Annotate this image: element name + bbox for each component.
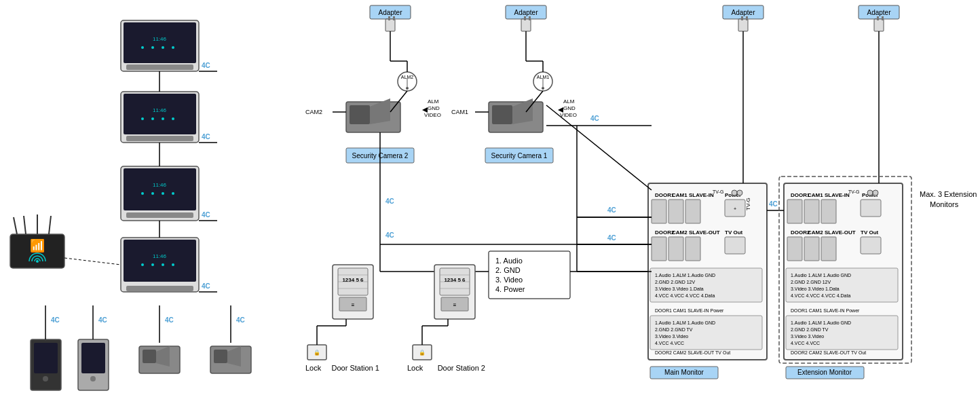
svg-text:1234 5 6: 1234 5 6 xyxy=(444,277,466,283)
svg-rect-205 xyxy=(787,200,802,223)
svg-text:4. Power: 4. Power xyxy=(495,285,525,293)
svg-text:Adapter: Adapter xyxy=(867,9,891,16)
svg-text:4.VCC   4.VCC  4.VCC  4.Data: 4.VCC 4.VCC 4.VCC 4.Data xyxy=(655,293,715,298)
svg-text:≡: ≡ xyxy=(352,302,355,308)
svg-line-36 xyxy=(14,217,17,234)
svg-point-6 xyxy=(172,46,174,49)
svg-text:CAM1: CAM1 xyxy=(672,192,687,198)
svg-text:📶: 📶 xyxy=(30,238,45,253)
svg-text:1. Audio: 1. Audio xyxy=(495,257,523,265)
svg-rect-167 xyxy=(685,200,700,223)
svg-text:CAM1: CAM1 xyxy=(451,109,468,115)
svg-point-45 xyxy=(43,376,48,381)
svg-text:2.GND              2.GND  12V: 2.GND 2.GND 12V xyxy=(655,280,695,284)
svg-text:4C: 4C xyxy=(202,282,210,290)
svg-rect-100 xyxy=(492,105,512,124)
svg-text:CAM2: CAM2 xyxy=(305,109,322,115)
svg-rect-166 xyxy=(668,200,683,223)
lock-door-station-2-label: Lock Door Station 2 xyxy=(407,364,485,372)
svg-text:3.Video           3.Video: 3.Video 3.Video xyxy=(791,334,824,339)
svg-text:1.Audio  1.ALM  1.Audio  GND: 1.Audio 1.ALM 1.Audio GND xyxy=(655,273,715,278)
svg-text:CAM2: CAM2 xyxy=(808,229,823,236)
svg-rect-217 xyxy=(804,237,819,261)
svg-rect-44 xyxy=(34,343,58,373)
svg-text:VIDEO: VIDEO xyxy=(560,112,577,118)
svg-text:SLAVE-IN: SLAVE-IN xyxy=(825,192,850,198)
svg-text:1.Audio  1.ALM  1.Audio  GND: 1.Audio 1.ALM 1.Audio GND xyxy=(791,273,851,278)
svg-point-30 xyxy=(172,263,174,266)
svg-rect-207 xyxy=(821,200,836,223)
svg-text:1234 5 6: 1234 5 6 xyxy=(342,277,364,283)
svg-text:3.Video           3.Video  1.D: 3.Video 3.Video 1.Data xyxy=(655,286,704,291)
svg-rect-236 xyxy=(738,19,748,31)
svg-rect-9 xyxy=(124,94,196,134)
svg-rect-53 xyxy=(214,350,227,363)
svg-text:4C: 4C xyxy=(385,198,394,205)
svg-point-20 xyxy=(151,192,154,195)
svg-rect-50 xyxy=(143,350,156,363)
wiring-diagram-svg: 11:46 11:46 11:46 11:46 xyxy=(0,0,980,410)
svg-text:4C: 4C xyxy=(236,316,245,324)
svg-text:4C: 4C xyxy=(590,115,599,122)
svg-text:1.Audio  1.ALM  1.Audio  GND: 1.Audio 1.ALM 1.Audio GND xyxy=(655,320,715,325)
svg-rect-178 xyxy=(652,237,666,261)
svg-text:4C: 4C xyxy=(607,206,616,214)
svg-rect-216 xyxy=(787,237,802,261)
svg-text:Monitors: Monitors xyxy=(930,200,959,208)
svg-rect-47 xyxy=(81,343,105,373)
svg-text:Adapter: Adapter xyxy=(514,9,538,16)
svg-point-210 xyxy=(873,190,878,195)
svg-text:VIDEO: VIDEO xyxy=(424,112,441,118)
svg-line-37 xyxy=(24,216,26,234)
svg-text:GND: GND xyxy=(563,105,576,111)
svg-rect-79 xyxy=(521,19,531,31)
svg-text:3. Video: 3. Video xyxy=(495,276,523,284)
svg-rect-84 xyxy=(350,105,370,124)
svg-text:Max. 3 Extension: Max. 3 Extension xyxy=(920,190,977,198)
svg-point-12 xyxy=(151,117,154,120)
svg-point-28 xyxy=(151,263,154,266)
svg-text:4.VCC              4.VCC: 4.VCC 4.VCC xyxy=(655,341,684,346)
svg-point-3 xyxy=(141,46,144,49)
svg-text:Adapter: Adapter xyxy=(378,9,402,16)
svg-point-22 xyxy=(172,192,174,195)
svg-text:Extension Monitor: Extension Monitor xyxy=(797,369,852,376)
svg-text:3.Video           3.Video: 3.Video 3.Video xyxy=(655,334,688,339)
svg-rect-23 xyxy=(126,212,193,218)
svg-text:ALM: ALM xyxy=(428,98,439,105)
svg-text:DOOR1  CAM1  SLAVE-IN Power: DOOR1 CAM1 SLAVE-IN Power xyxy=(655,308,724,313)
svg-rect-181 xyxy=(725,237,745,254)
svg-point-91 xyxy=(406,87,409,90)
svg-text:11:46: 11:46 xyxy=(153,182,167,188)
svg-point-11 xyxy=(141,117,144,120)
svg-text:TV-G: TV-G xyxy=(745,198,751,210)
svg-text:4.VCC              4.VCC: 4.VCC 4.VCC xyxy=(791,341,820,346)
svg-rect-206 xyxy=(804,200,819,223)
svg-rect-237 xyxy=(741,16,743,20)
svg-line-39 xyxy=(49,216,51,234)
svg-text:2.GND              2.GND  TV: 2.GND 2.GND TV xyxy=(655,327,693,332)
lock-door-station-1-label: Lock Door Station 1 xyxy=(305,364,379,372)
svg-point-41 xyxy=(36,260,39,263)
svg-rect-74 xyxy=(388,16,390,20)
svg-rect-80 xyxy=(524,16,526,20)
svg-text:1.Audio  1.ALM  1.Audio  GND: 1.Audio 1.ALM 1.Audio GND xyxy=(791,320,851,325)
svg-point-171 xyxy=(737,190,742,195)
svg-text:TV-G: TV-G xyxy=(713,189,723,194)
svg-text:11:46: 11:46 xyxy=(153,107,167,113)
svg-text:SLAVE-OUT: SLAVE-OUT xyxy=(825,229,856,236)
svg-point-13 xyxy=(162,117,164,120)
svg-point-107 xyxy=(542,87,544,90)
svg-point-21 xyxy=(162,192,164,195)
svg-text:DOOR2  CAM2  SLAVE-OUT  TV Out: DOOR2 CAM2 SLAVE-OUT TV Out xyxy=(655,350,730,355)
svg-text:11:46: 11:46 xyxy=(153,36,167,42)
svg-point-5 xyxy=(162,46,164,49)
svg-point-19 xyxy=(141,192,144,195)
svg-text:4C: 4C xyxy=(385,231,394,239)
svg-rect-1 xyxy=(124,22,196,63)
svg-text:2.GND              2.GND  TV: 2.GND 2.GND TV xyxy=(791,327,829,332)
svg-rect-218 xyxy=(821,237,836,261)
svg-rect-242 xyxy=(874,19,884,31)
svg-text:11:46: 11:46 xyxy=(153,253,167,259)
svg-text:4.VCC   4.VCC  4.VCC  4.Data: 4.VCC 4.VCC 4.VCC 4.Data xyxy=(791,293,850,298)
